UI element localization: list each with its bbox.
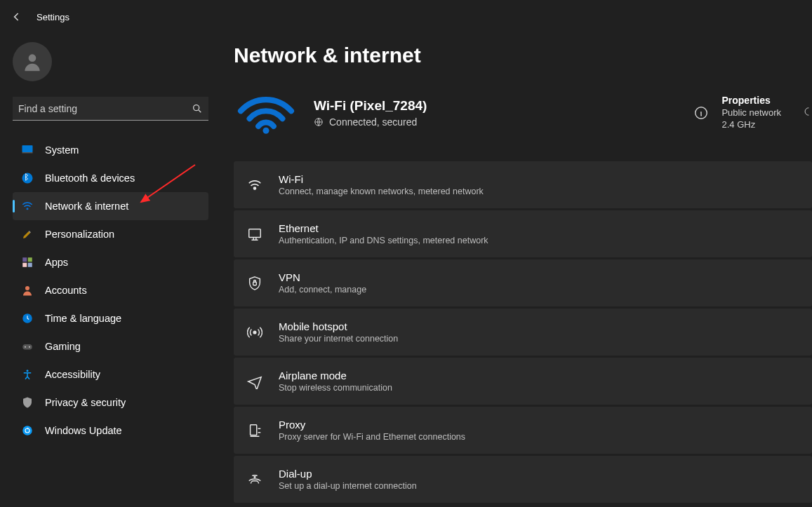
svg-rect-6 <box>22 257 27 262</box>
card-title: Ethernet <box>279 222 488 234</box>
sidebar-item-label: Time & language <box>45 313 121 324</box>
search-input[interactable] <box>13 99 186 119</box>
accessibility-icon <box>20 367 35 382</box>
svg-rect-24 <box>251 424 257 435</box>
properties-line2: 2.4 GHz <box>721 119 781 131</box>
card-vpn[interactable]: VPN Add, connect, manage <box>234 259 812 306</box>
titlebar: Settings <box>0 0 812 34</box>
svg-point-16 <box>22 426 32 435</box>
hotspot-icon <box>246 324 263 341</box>
svg-point-1 <box>194 104 199 110</box>
wifi-icon <box>20 198 35 214</box>
wifi-large-icon <box>234 88 298 137</box>
avatar[interactable] <box>13 42 52 81</box>
sidebar-item-personalization[interactable]: Personalization <box>13 220 208 248</box>
connection-status: Connected, secured <box>329 116 417 128</box>
svg-rect-2 <box>22 145 33 152</box>
sidebar-item-accessibility[interactable]: Accessibility <box>13 360 208 388</box>
clock-icon <box>20 311 35 326</box>
sidebar-item-system[interactable]: System <box>13 136 208 164</box>
card-title: Airplane mode <box>279 370 392 381</box>
window-title: Settings <box>36 12 69 22</box>
sidebar-item-label: System <box>45 144 79 156</box>
card-title: Dial-up <box>279 468 417 480</box>
card-desc: Connect, manage known networks, metered … <box>279 187 484 196</box>
monitor-icon <box>20 142 35 158</box>
properties-line1: Public network <box>721 107 781 119</box>
dialup-icon <box>246 471 263 488</box>
card-wifi[interactable]: Wi-Fi Connect, manage known networks, me… <box>234 161 812 208</box>
shield-icon <box>20 395 35 410</box>
sidebar-item-bluetooth[interactable]: Bluetooth & devices <box>13 164 208 192</box>
sidebar-item-windows-update[interactable]: Windows Update <box>13 417 208 445</box>
properties-title: Properties <box>721 95 781 106</box>
apps-icon <box>20 255 35 270</box>
svg-point-17 <box>263 128 269 134</box>
svg-point-0 <box>29 54 36 62</box>
shield-lock-icon <box>246 275 263 292</box>
svg-rect-7 <box>28 257 32 262</box>
airplane-icon <box>246 373 263 390</box>
settings-cards: Wi-Fi Connect, manage known networks, me… <box>234 161 812 503</box>
sidebar-item-accounts[interactable]: Accounts <box>13 276 208 304</box>
person-icon <box>20 283 35 298</box>
card-title: Mobile hotspot <box>279 320 398 332</box>
sidebar-item-label: Network & internet <box>45 201 128 212</box>
sidebar-item-label: Personalization <box>45 229 114 240</box>
properties-block[interactable]: Properties Public network 2.4 GHz <box>693 95 787 131</box>
wifi-icon <box>246 177 263 194</box>
sidebar-item-label: Apps <box>45 257 68 268</box>
card-desc: Stop wireless communication <box>279 383 392 393</box>
sidebar-nav: System Bluetooth & devices Network & int… <box>13 136 208 445</box>
sidebar-item-time-language[interactable]: Time & language <box>13 304 208 332</box>
svg-point-23 <box>253 331 256 334</box>
bluetooth-icon <box>20 170 35 186</box>
info-icon <box>693 105 709 121</box>
sidebar-item-label: Accounts <box>45 285 87 296</box>
svg-rect-22 <box>253 282 257 285</box>
svg-rect-21 <box>249 229 261 237</box>
card-dialup[interactable]: Dial-up Set up a dial-up internet connec… <box>234 456 812 503</box>
card-desc: Set up a dial-up internet connection <box>279 481 417 491</box>
svg-rect-9 <box>28 263 32 267</box>
update-icon <box>20 423 35 438</box>
svg-rect-12 <box>22 344 32 350</box>
svg-point-13 <box>25 346 26 348</box>
page-title: Network & internet <box>234 43 812 67</box>
sidebar-item-label: Bluetooth & devices <box>45 173 135 184</box>
sidebar-item-privacy[interactable]: Privacy & security <box>13 388 208 417</box>
card-ethernet[interactable]: Ethernet Authentication, IP and DNS sett… <box>234 210 812 257</box>
card-desc: Proxy server for Wi-Fi and Ethernet conn… <box>279 432 465 442</box>
back-button[interactable] <box>10 10 24 24</box>
connection-title: Wi-Fi (Pixel_7284) <box>314 98 678 114</box>
paintbrush-icon <box>20 227 35 242</box>
card-title: VPN <box>279 271 366 283</box>
sidebar-item-network[interactable]: Network & internet <box>13 192 208 220</box>
svg-rect-8 <box>22 263 27 267</box>
card-desc: Share your internet connection <box>279 334 398 344</box>
card-title: Proxy <box>279 419 465 431</box>
card-proxy[interactable]: Proxy Proxy server for Wi-Fi and Etherne… <box>234 407 812 454</box>
svg-point-5 <box>27 208 29 210</box>
svg-point-10 <box>25 286 29 290</box>
card-airplane-mode[interactable]: Airplane mode Stop wireless communicatio… <box>234 358 812 405</box>
proxy-icon <box>246 422 263 439</box>
search-box[interactable] <box>13 97 208 121</box>
card-desc: Authentication, IP and DNS settings, met… <box>279 236 488 245</box>
svg-point-14 <box>29 346 30 348</box>
search-icon[interactable] <box>186 103 208 114</box>
svg-point-20 <box>254 187 256 189</box>
sidebar-item-label: Accessibility <box>45 369 100 380</box>
card-title: Wi-Fi <box>279 173 484 185</box>
sidebar: System Bluetooth & devices Network & int… <box>0 34 221 507</box>
card-mobile-hotspot[interactable]: Mobile hotspot Share your internet conne… <box>234 309 812 356</box>
svg-point-15 <box>27 370 29 372</box>
sidebar-item-apps[interactable]: Apps <box>13 248 208 276</box>
sidebar-item-gaming[interactable]: Gaming <box>13 332 208 360</box>
card-desc: Add, connect, manage <box>279 285 366 295</box>
sidebar-item-label: Privacy & security <box>45 397 126 408</box>
connection-status-row: Wi-Fi (Pixel_7284) Connected, secured Pr… <box>234 88 812 137</box>
gamepad-icon <box>20 339 35 354</box>
sidebar-item-label: Gaming <box>45 341 81 352</box>
main-content: Network & internet Wi-Fi (Pixel_7284) Co… <box>221 34 812 507</box>
